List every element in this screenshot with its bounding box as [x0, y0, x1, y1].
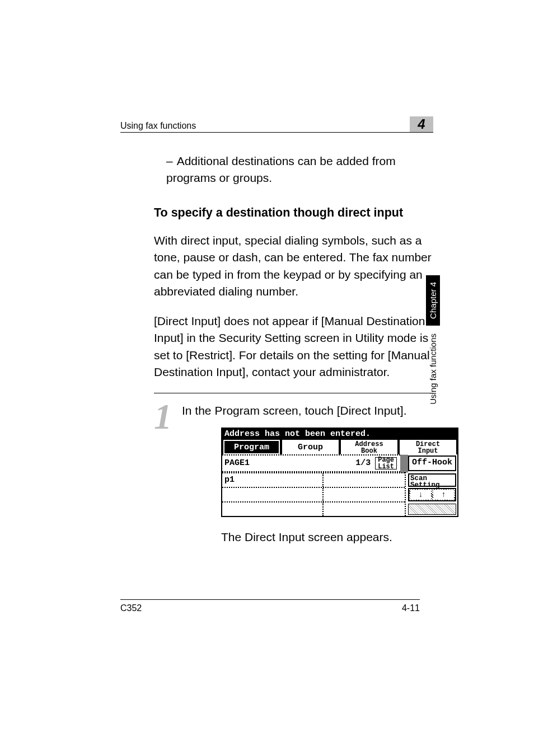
tab-row: Program Group Address Book Direct Input	[221, 439, 458, 454]
arrow-up-icon: ↑	[441, 490, 446, 499]
side-chapter-label: Chapter 4	[426, 275, 440, 326]
step-1-text: In the Program screen, touch [Direct Inp…	[182, 402, 458, 419]
page-footer: C352 4-11	[120, 599, 420, 613]
device-screenshot: Address has not been entered. Program Gr…	[221, 428, 458, 517]
paragraph-2: [Direct Input] does not appear if [Manua…	[154, 313, 433, 381]
footer-page: 4-11	[402, 603, 420, 613]
dash-icon: –	[166, 153, 174, 170]
section-title: Using fax functions	[120, 121, 196, 131]
page-header: Using fax functions 4	[120, 116, 433, 133]
program-grid: p1	[221, 472, 458, 517]
tab-group[interactable]: Group	[282, 440, 339, 454]
footer-model: C352	[120, 603, 142, 613]
chapter-number: 4	[418, 116, 425, 132]
side-tab: Chapter 4 Using fax functions	[426, 275, 440, 405]
arrow-down-button[interactable]: ↓	[410, 490, 431, 500]
program-cell-empty-3[interactable]	[324, 488, 405, 501]
program-cell-p1[interactable]: p1	[222, 473, 324, 487]
chapter-number-box: 4	[410, 116, 433, 132]
scroll-arrows: ↓ ↑	[408, 488, 456, 501]
program-cell-empty-5[interactable]	[324, 503, 405, 516]
page-label: PAGE1	[224, 458, 250, 468]
note-line: – Additional destinations can be added f…	[166, 153, 433, 187]
hatched-area	[408, 504, 456, 515]
side-section-label: Using fax functions	[428, 334, 438, 405]
step-number: 1	[154, 405, 172, 430]
page-list-button[interactable]: Page List	[375, 457, 397, 469]
arrow-down-icon: ↓	[418, 490, 423, 499]
subsection-heading: To specify a destination though direct i…	[154, 206, 433, 220]
scan-setting-button[interactable]: ScanSetting	[408, 473, 456, 487]
status-bar: Address has not been entered.	[221, 428, 458, 439]
note-text: Additional destinations can be added fro…	[166, 154, 396, 184]
program-cell-empty-1[interactable]	[324, 473, 405, 487]
paragraph-1: With direct input, special dialing symbo…	[154, 232, 433, 300]
arrow-up-button[interactable]: ↑	[433, 490, 454, 500]
tab-address-book[interactable]: Address Book	[341, 440, 397, 454]
result-text: The Direct Input screen appears.	[221, 530, 458, 544]
tab-program[interactable]: Program	[223, 440, 280, 454]
page-count: 1/3	[355, 458, 371, 468]
program-cell-empty-2[interactable]	[222, 488, 324, 501]
tab-direct-input[interactable]: Direct Input	[400, 440, 456, 454]
off-hook-button[interactable]: Off-Hook	[408, 456, 456, 471]
program-cell-empty-4[interactable]	[222, 503, 324, 516]
step-1: 1 In the Program screen, touch [Direct I…	[154, 393, 433, 543]
hatch-divider	[400, 454, 408, 472]
page-info-row: PAGE1 1/3 Page List Off-Hook	[221, 454, 458, 472]
